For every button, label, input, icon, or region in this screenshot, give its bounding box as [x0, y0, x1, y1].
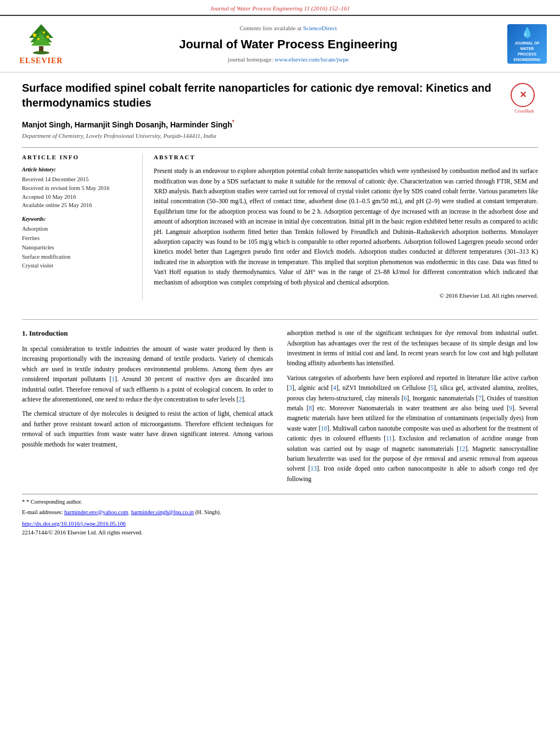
svg-point-1 [33, 51, 49, 54]
doi-line: http://dx.doi.org/10.1016/j.jwpe.2016.05… [22, 520, 538, 528]
journal-header-center: Contents lists available at ScienceDirec… [77, 24, 500, 64]
keyword-1: Adsorption [22, 225, 134, 234]
article-info-heading: ARTICLE INFO [22, 153, 134, 161]
ref-7[interactable]: 7 [478, 395, 481, 401]
ref-2[interactable]: 2 [239, 396, 242, 403]
keyword-4: Surface modification [22, 253, 134, 262]
section-divider [22, 319, 538, 320]
keywords-list: Adsorption Ferrites Nanoparticles Surfac… [22, 225, 134, 271]
body-right-column: adsorption method is one of the signific… [287, 328, 539, 488]
top-journal-citation: Journal of Water Process Engineering 11 … [0, 0, 560, 15]
article-info-column: ARTICLE INFO Article history: Received 1… [22, 153, 143, 300]
ref-10[interactable]: 10 [321, 425, 327, 432]
footer-area: * * Corresponding author. E-mail address… [0, 488, 560, 540]
elsevier-logo: ELSEVIER [11, 21, 71, 66]
svg-point-5 [33, 34, 36, 37]
abstract-heading: ABSTRACT [154, 153, 538, 161]
received-date: Received 14 December 2015 [22, 175, 134, 184]
elsevier-wordmark: ELSEVIER [20, 55, 63, 66]
crossmark-badge: ✕ [511, 83, 535, 107]
journal-citation-text: Journal of Water Process Engineering 11 … [210, 5, 350, 12]
keywords-section: Keywords: Adsorption Ferrites Nanopartic… [22, 215, 134, 271]
abstract-text: Present study is an endeavour to explore… [154, 166, 538, 287]
available-date: Available online 25 May 2016 [22, 201, 134, 210]
intro-para3: adsorption method is one of the signific… [287, 328, 539, 369]
email-line: E-mail addresses: harminder.env@yahoo.co… [22, 509, 538, 517]
crossmark-logo: ✕ CrossMark [511, 83, 538, 114]
elsevier-tree-svg [19, 21, 63, 54]
doi-link[interactable]: http://dx.doi.org/10.1016/j.jwpe.2016.05… [22, 521, 126, 527]
ref-1[interactable]: 1 [111, 376, 115, 382]
email-label: E-mail addresses: [22, 509, 63, 515]
abstract-column: ABSTRACT Present study is an endeavour t… [154, 153, 538, 300]
svg-point-7 [37, 38, 40, 40]
affiliation: Department of Chemistry, Lovely Professi… [22, 132, 538, 140]
crossmark-label: CrossMark [511, 108, 538, 114]
copyright-line: © 2016 Elsevier Ltd. All rights reserved… [154, 292, 538, 300]
ref-4[interactable]: 4 [333, 384, 337, 391]
ref-6[interactable]: 6 [404, 395, 407, 401]
article-history-section: Article history: Received 14 December 20… [22, 166, 134, 210]
body-left-column: 1. Introduction In special consideration… [22, 328, 273, 488]
svg-point-8 [43, 31, 45, 34]
svg-point-6 [47, 36, 49, 38]
email-1[interactable]: harminder.env@yahoo.com [64, 509, 128, 515]
accepted-date: Accepted 10 May 2016 [22, 193, 134, 202]
intro-para1: In special consideration to textile indu… [22, 344, 273, 404]
sciencedirect-line: Contents lists available at ScienceDirec… [77, 24, 500, 32]
corresponding-note: * * Corresponding author. [22, 498, 538, 506]
article-content: Surface modified spinel cobalt ferrite n… [0, 72, 560, 311]
ref-3[interactable]: 3 [289, 384, 292, 391]
footer-separator [22, 494, 538, 495]
journal-homepage-line: journal homepage: www.elsevier.com/locat… [77, 55, 500, 64]
ref-11[interactable]: 11 [386, 435, 392, 442]
article-info-abstract-section: ARTICLE INFO Article history: Received 1… [22, 147, 538, 300]
page: Journal of Water Process Engineering 11 … [0, 0, 560, 556]
journal-logo-right: 💧 JOURNAL OF WATER PROCESS ENGINEERING [505, 24, 549, 64]
revised-date: Received in revised form 5 May 2016 [22, 184, 134, 193]
keywords-label: Keywords: [22, 215, 134, 223]
journal-badge: 💧 JOURNAL OF WATER PROCESS ENGINEERING [507, 24, 547, 64]
crossmark-symbol: ✕ [519, 89, 527, 101]
article-title: Surface modified spinel cobalt ferrite n… [22, 81, 502, 110]
email-bracket: (H. Singh). [195, 509, 221, 515]
journal-title: Journal of Water Process Engineering [77, 36, 500, 53]
authors-line: Manjot Singh, Harmanjit Singh Dosanjh, H… [22, 119, 538, 130]
journal-header: ELSEVIER Contents lists available at Sci… [0, 15, 560, 72]
keyword-2: Ferrites [22, 234, 134, 243]
email-2[interactable]: harminder.singh@lpu.co.in [131, 509, 194, 515]
badge-icon: 💧 [521, 26, 533, 40]
intro-para2: The chemical structure of dye molecules … [22, 409, 273, 449]
ref-5[interactable]: 5 [430, 384, 434, 391]
ref-8[interactable]: 8 [309, 405, 312, 411]
keyword-5: Crystal violet [22, 261, 134, 271]
homepage-url[interactable]: www.elsevier.com/locate/jwpe [275, 56, 349, 63]
sciencedirect-link[interactable]: ScienceDirect [303, 25, 337, 31]
ref-12[interactable]: 12 [459, 445, 466, 452]
body-section: 1. Introduction In special consideration… [0, 328, 560, 488]
ref-9[interactable]: 9 [509, 405, 512, 411]
rights-line: 2214-7144/© 2016 Elsevier Ltd. All right… [22, 529, 538, 537]
intro-heading: 1. Introduction [22, 328, 273, 339]
article-history-label: Article history: [22, 166, 134, 174]
article-title-section: Surface modified spinel cobalt ferrite n… [22, 81, 538, 114]
corresponding-star-note: * [22, 499, 26, 505]
keyword-3: Nanoparticles [22, 243, 134, 253]
intro-para4: Various categories of adsorbents have be… [287, 373, 539, 484]
ref-13[interactable]: 13 [310, 465, 317, 472]
